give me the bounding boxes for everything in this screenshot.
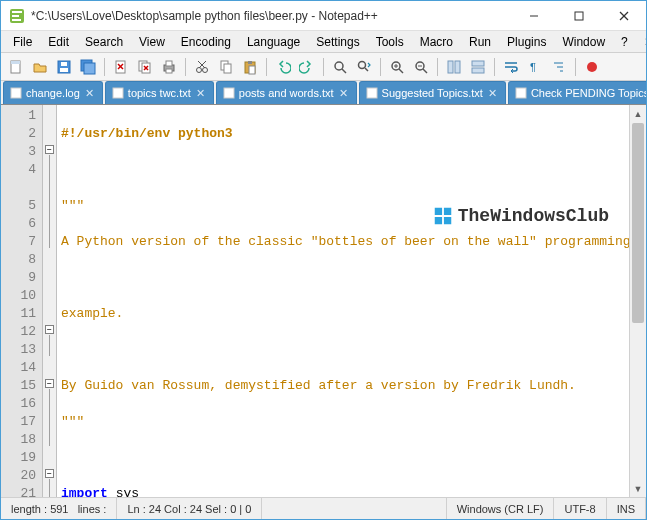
file-icon	[10, 87, 22, 99]
tab-close-icon[interactable]: ✕	[487, 87, 499, 99]
status-mode[interactable]: INS	[607, 498, 646, 519]
svg-rect-9	[11, 61, 20, 64]
svg-rect-14	[84, 63, 95, 74]
tab-label: Suggested Topics.txt	[382, 87, 483, 99]
menu-help[interactable]: ?	[613, 33, 636, 51]
find-button[interactable]	[329, 56, 351, 78]
menu-encoding[interactable]: Encoding	[173, 33, 239, 51]
svg-rect-33	[249, 66, 255, 74]
menu-search[interactable]: Search	[77, 33, 131, 51]
status-position: Ln : 24 Col : 24 Sel : 0 | 0	[117, 498, 262, 519]
menu-settings[interactable]: Settings	[308, 33, 367, 51]
scroll-down-icon[interactable]: ▼	[630, 480, 646, 497]
fold-toggle[interactable]: −	[45, 469, 54, 478]
close-button[interactable]	[601, 1, 646, 30]
tab-close-icon[interactable]: ✕	[338, 87, 350, 99]
menu-run[interactable]: Run	[461, 33, 499, 51]
cut-button[interactable]	[191, 56, 213, 78]
save-button[interactable]	[53, 56, 75, 78]
menu-language[interactable]: Language	[239, 33, 308, 51]
svg-rect-56	[113, 88, 123, 98]
menu-window[interactable]: Window	[554, 33, 613, 51]
tab-close-icon[interactable]: ✕	[195, 87, 207, 99]
svg-rect-2	[12, 15, 19, 17]
app-icon	[9, 8, 25, 24]
replace-button[interactable]	[353, 56, 375, 78]
svg-point-36	[359, 61, 366, 68]
svg-point-25	[197, 67, 202, 72]
sync-h-button[interactable]	[467, 56, 489, 78]
titlebar: *C:\Users\Love\Desktop\sample python fil…	[1, 1, 646, 31]
file-icon	[366, 87, 378, 99]
fold-gutter: − − − −	[43, 105, 57, 497]
close-all-button[interactable]	[134, 56, 156, 78]
svg-line-35	[342, 69, 346, 73]
paste-button[interactable]	[239, 56, 261, 78]
menu-tools[interactable]: Tools	[368, 33, 412, 51]
menubar: File Edit Search View Encoding Language …	[1, 31, 646, 53]
status-encoding[interactable]: UTF-8	[554, 498, 606, 519]
svg-rect-1	[12, 11, 22, 13]
tab-suggested[interactable]: Suggested Topics.txt ✕	[359, 81, 506, 104]
svg-rect-11	[61, 62, 67, 66]
svg-rect-57	[224, 88, 234, 98]
copy-button[interactable]	[215, 56, 237, 78]
close-file-button[interactable]	[110, 56, 132, 78]
print-button[interactable]	[158, 56, 180, 78]
menu-plugins[interactable]: Plugins	[499, 33, 554, 51]
line-gutter: 1234 5678910111213141516171819202122	[1, 105, 43, 497]
tab-close-icon[interactable]: ✕	[84, 87, 96, 99]
maximize-button[interactable]	[556, 1, 601, 30]
menu-view[interactable]: View	[131, 33, 173, 51]
zoom-out-button[interactable]	[410, 56, 432, 78]
sync-v-button[interactable]	[443, 56, 465, 78]
status-eol[interactable]: Windows (CR LF)	[447, 498, 555, 519]
indent-guide-button[interactable]	[548, 56, 570, 78]
tab-change-log[interactable]: change.log ✕	[3, 81, 103, 104]
scrollbar-thumb[interactable]	[632, 123, 644, 323]
open-file-button[interactable]	[29, 56, 51, 78]
toolbar: ¶	[1, 53, 646, 81]
svg-line-41	[399, 69, 403, 73]
svg-rect-47	[472, 61, 484, 66]
new-file-button[interactable]	[5, 56, 27, 78]
tab-label: change.log	[26, 87, 80, 99]
menu-macro[interactable]: Macro	[412, 33, 461, 51]
file-icon	[515, 87, 527, 99]
tab-posts-words[interactable]: posts and words.txt ✕	[216, 81, 357, 104]
fold-toggle[interactable]: −	[45, 145, 54, 154]
tab-topics-twc[interactable]: topics twc.txt ✕	[105, 81, 214, 104]
statusbar: length : 591 lines : Ln : 24 Col : 24 Se…	[1, 497, 646, 519]
show-all-chars-button[interactable]: ¶	[524, 56, 546, 78]
svg-rect-59	[516, 88, 526, 98]
menu-edit[interactable]: Edit	[40, 33, 77, 51]
svg-line-37	[365, 68, 368, 71]
status-length: length : 591 lines :	[1, 498, 117, 519]
file-icon	[223, 87, 235, 99]
scroll-up-icon[interactable]: ▲	[630, 105, 646, 122]
svg-rect-5	[575, 12, 583, 20]
redo-button[interactable]	[296, 56, 318, 78]
undo-button[interactable]	[272, 56, 294, 78]
editor[interactable]: 1234 5678910111213141516171819202122 − −…	[1, 105, 646, 497]
fold-toggle[interactable]: −	[45, 325, 54, 334]
minimize-button[interactable]	[511, 1, 556, 30]
code-area[interactable]: #!/usr/bin/env python3 """ A Python vers…	[57, 105, 629, 497]
svg-rect-58	[367, 88, 377, 98]
svg-point-54	[587, 62, 597, 72]
zoom-in-button[interactable]	[386, 56, 408, 78]
tabbar: change.log ✕ topics twc.txt ✕ posts and …	[1, 81, 646, 105]
svg-rect-24	[166, 69, 172, 73]
vertical-scrollbar[interactable]: ▲ ▼	[629, 105, 646, 497]
svg-rect-23	[166, 61, 172, 66]
menu-file[interactable]: File	[5, 33, 40, 51]
fold-toggle[interactable]: −	[45, 379, 54, 388]
svg-rect-3	[12, 19, 21, 21]
tab-pending[interactable]: Check PENDING Topics E	[508, 81, 646, 104]
wordwrap-button[interactable]	[500, 56, 522, 78]
macro-record-button[interactable]	[581, 56, 603, 78]
menu-close-x[interactable]: ✕	[636, 33, 647, 51]
svg-rect-55	[11, 88, 21, 98]
svg-point-26	[203, 67, 208, 72]
save-all-button[interactable]	[77, 56, 99, 78]
